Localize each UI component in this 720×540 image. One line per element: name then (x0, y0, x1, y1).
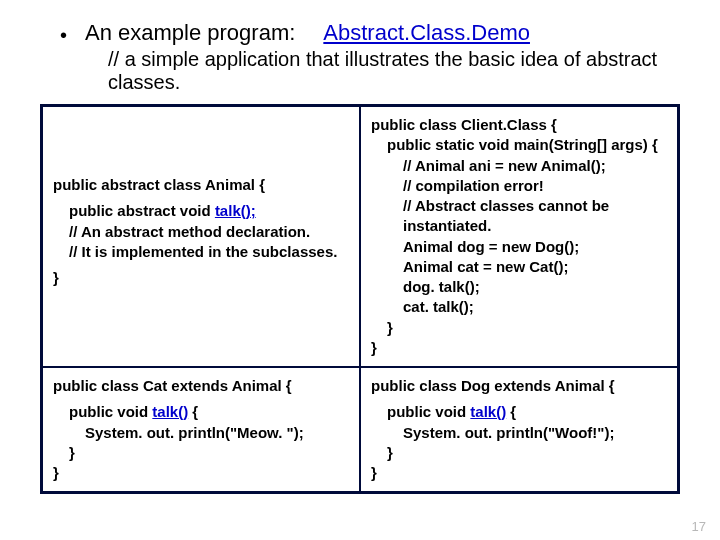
code-line: // An abstract method declaration. (53, 222, 349, 242)
code-line: // compilation error! (371, 176, 667, 196)
code-line: } (53, 443, 349, 463)
cell-cat: public class Cat extends Animal { public… (42, 367, 360, 492)
header-link[interactable]: Abstract.Class.Demo (323, 20, 530, 46)
page-number: 17 (692, 519, 706, 534)
code-line: public void talk() { (371, 402, 667, 422)
code-line: dog. talk(); (371, 277, 667, 297)
method-link[interactable]: talk() (152, 403, 188, 420)
method-link[interactable]: talk() (470, 403, 506, 420)
method-link[interactable]: talk(); (215, 202, 256, 219)
code-line: Animal cat = new Cat(); (371, 257, 667, 277)
code-line: System. out. println("Meow. "); (53, 423, 349, 443)
code-line: public abstract class Animal { (53, 176, 265, 193)
code-grid: public abstract class Animal { public ab… (40, 104, 680, 494)
header-row: • An example program: Abstract.Class.Dem… (60, 20, 690, 46)
code-line: // Abstract classes cannot be instantiat… (371, 196, 667, 237)
cell-client: public class Client.Class { public stati… (360, 106, 678, 367)
bullet-icon: • (60, 25, 67, 45)
cell-animal: public abstract class Animal { public ab… (42, 106, 360, 367)
code-line: public class Client.Class { (371, 116, 557, 133)
code-line: public class Dog extends Animal { (371, 377, 615, 394)
header-title: An example program: (85, 20, 295, 46)
code-line: // Animal ani = new Animal(); (371, 156, 667, 176)
code-line: System. out. println("Woof!"); (371, 423, 667, 443)
code-line: } (371, 443, 667, 463)
code-line: public class Cat extends Animal { (53, 377, 292, 394)
code-line: // It is implemented in the subclasses. (53, 242, 349, 262)
code-line: public static void main(String[] args) { (371, 135, 667, 155)
cell-dog: public class Dog extends Animal { public… (360, 367, 678, 492)
code-line: } (53, 464, 59, 481)
code-line: Animal dog = new Dog(); (371, 237, 667, 257)
code-line: } (371, 464, 377, 481)
slide-content: • An example program: Abstract.Class.Dem… (0, 0, 720, 504)
code-line: } (53, 269, 59, 286)
code-line: cat. talk(); (371, 297, 667, 317)
code-line: public abstract void talk(); (53, 201, 349, 221)
code-line: } (371, 339, 377, 356)
code-line: } (371, 318, 667, 338)
header-subtitle: // a simple application that illustrates… (108, 48, 690, 94)
code-line: public void talk() { (53, 402, 349, 422)
